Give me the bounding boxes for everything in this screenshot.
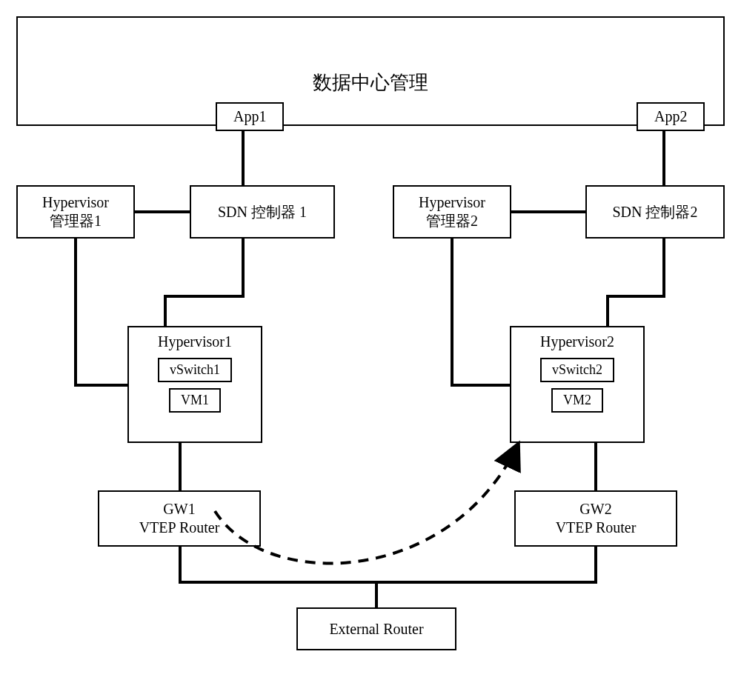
datacenter-mgmt-box: 数据中心管理 xyxy=(16,16,725,126)
vm-1: VM1 xyxy=(169,388,221,413)
sdn-controller-2: SDN 控制器2 xyxy=(585,185,725,239)
sdn-controller-1: SDN 控制器 1 xyxy=(190,185,335,239)
vswitch-1: vSwitch1 xyxy=(158,358,232,382)
hypervisor-2-title: Hypervisor2 xyxy=(540,333,614,350)
hypervisor-mgr-1: Hypervisor 管理器1 xyxy=(16,185,135,239)
external-router: External Router xyxy=(296,607,456,650)
gw1: GW1 VTEP Router xyxy=(98,490,261,547)
datacenter-mgmt-title: 数据中心管理 xyxy=(313,70,428,96)
gw2: GW2 VTEP Router xyxy=(514,490,677,547)
hypervisor-1: Hypervisor1 vSwitch1 VM1 xyxy=(127,326,262,443)
app1-box: App1 xyxy=(216,102,284,131)
vswitch-2: vSwitch2 xyxy=(540,358,614,382)
hypervisor-2: Hypervisor2 vSwitch2 VM2 xyxy=(510,326,645,443)
hypervisor-mgr-2: Hypervisor 管理器2 xyxy=(393,185,511,239)
vm-2: VM2 xyxy=(551,388,603,413)
app2-box: App2 xyxy=(637,102,705,131)
hypervisor-1-title: Hypervisor1 xyxy=(158,333,232,350)
